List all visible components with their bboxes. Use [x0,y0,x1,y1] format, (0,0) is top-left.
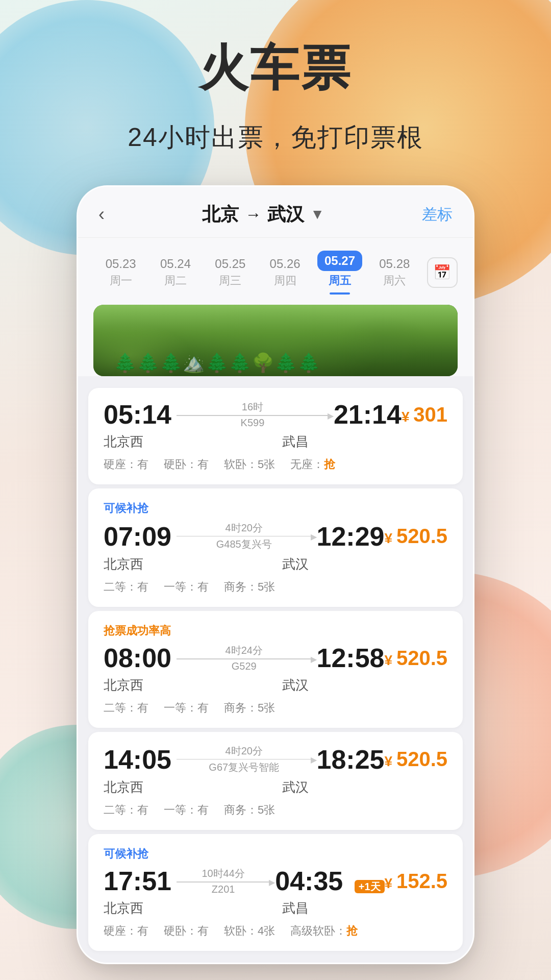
date-num: 05.26 [270,257,300,271]
date-tab-0526[interactable]: 05.26 周四 [258,252,312,293]
duration-text: 4时24分 [226,644,263,657]
seats-row: 硬座：有 硬卧：有 软卧：5张 无座：抢 [104,457,447,472]
train-main-row: 17:51 10时44分 Z201 04:35 +1天 ¥ 152.5 [104,867,447,895]
date-weekday: 周六 [383,273,406,288]
date-tab-0527[interactable]: 05.27 周五 [312,246,367,300]
date-num: 05.23 [106,257,136,271]
price-col: ¥ 520.5 [385,525,447,548]
arrive-station: 武昌 [282,899,309,917]
date-tab-0528[interactable]: 05.28 周六 [367,252,422,293]
back-button[interactable]: ‹ [98,204,105,225]
duration-bar [177,759,312,760]
seats-row: 二等：有 一等：有 商务：5张 [104,579,447,595]
train-price: ¥ 520.5 [385,748,447,770]
duration-bar [177,658,312,659]
seat-2: 软卧：5张 [224,457,275,472]
arrive-time: 12:58 [317,645,385,671]
seat-1: 硬卧：有 [164,923,209,939]
train-price: ¥ 520.5 [385,647,447,669]
depart-station: 北京西 [104,778,143,796]
seat-3: 无座：抢 [290,457,335,472]
arrive-station: 武汉 [282,778,309,796]
arrive-time: 21:14 [334,401,402,428]
duration-col: 4时24分 G529 [171,644,317,672]
diff-label[interactable]: 差标 [422,204,453,225]
seats-row: 二等：有 一等：有 商务：5张 [104,802,447,818]
seat-2: 商务：5张 [224,700,275,716]
train-card-g485[interactable]: 可候补抢 07:09 4时20分 G485复兴号 12:29 ¥ 520.5 [88,488,463,607]
date-weekday-active: 周五 [329,273,351,288]
train-main-row: 07:09 4时20分 G485复兴号 12:29 ¥ 520.5 [104,521,447,552]
arrive-time: 12:29 [317,523,385,550]
date-num-active: 05.27 [317,251,362,272]
duration-line [171,881,275,883]
train-list: 05:14 16时 K599 21:14 ¥ 301 北京西 [78,376,473,963]
seat-1: 一等：有 [164,700,209,716]
date-num: 05.28 [379,257,410,271]
train-number: K599 [241,417,265,429]
seat-3: 高级软卧：抢 [290,923,358,939]
scenic-banner [93,305,458,376]
date-tab-0524[interactable]: 05.24 周二 [148,252,203,293]
duration-col: 16时 K599 [171,400,334,429]
train-card-g529[interactable]: 抢票成功率高 08:00 4时24分 G529 12:58 ¥ 520.5 [88,611,463,728]
seat-1: 一等：有 [164,579,209,595]
train-main-row: 08:00 4时24分 G529 12:58 ¥ 520.5 [104,644,447,672]
depart-station: 北京西 [104,433,143,451]
duration-bar [177,415,329,416]
date-weekday: 周二 [164,273,187,288]
from-city: 北京 [202,202,239,227]
duration-bar [177,536,312,537]
train-tag-blue: 可候补抢 [104,501,447,516]
page-title: 火车票 [0,41,551,95]
train-card-g67[interactable]: 14:05 4时20分 G67复兴号智能 18:25 ¥ 520.5 北京西 [88,732,463,830]
train-number: Z201 [212,884,235,895]
seat-2: 商务：5张 [224,579,275,595]
train-card-k599[interactable]: 05:14 16时 K599 21:14 ¥ 301 北京西 [88,388,463,484]
route-arrow-icon: → [245,205,261,224]
duration-col: 4时20分 G485复兴号 [171,521,317,552]
station-row: 北京西 武昌 [104,899,447,917]
arrive-time: 04:35 +1天 [275,868,384,894]
route-title: 北京 → 武汉 ▼ [202,202,324,227]
duration-line [171,658,317,659]
depart-station: 北京西 [104,676,143,694]
depart-time: 08:00 [104,645,171,671]
duration-text: 4时20分 [226,744,263,758]
train-price: ¥ 152.5 [385,870,447,892]
duration-text: 4时20分 [226,521,263,535]
price-col: ¥ 301 [402,403,447,426]
duration-col: 4时20分 G67复兴号智能 [171,744,317,775]
seat-2: 商务：5张 [224,802,275,818]
price-col: ¥ 520.5 [385,647,447,670]
seat-1: 硬卧：有 [164,457,209,472]
station-row: 北京西 武汉 [104,555,447,573]
scenic-image [93,305,458,376]
seat-0: 硬座：有 [104,457,148,472]
seat-2: 软卧：4张 [224,923,275,939]
route-dropdown-icon[interactable]: ▼ [310,206,324,223]
to-city: 武汉 [267,202,304,227]
price-col: ¥ 520.5 [385,748,447,771]
seats-row: 硬座：有 硬卧：有 软卧：4张 高级软卧：抢 [104,923,447,939]
train-card-z201[interactable]: 可候补抢 17:51 10时44分 Z201 04:35 +1天 [88,834,463,951]
train-tag-orange: 抢票成功率高 [104,623,447,639]
date-weekday: 周三 [219,273,241,288]
duration-line [171,415,334,416]
station-row: 北京西 武汉 [104,676,447,694]
train-number: G67复兴号智能 [209,761,279,774]
date-tab-0525[interactable]: 05.25 周三 [203,252,258,293]
phone-mockup: ‹ 北京 → 武汉 ▼ 差标 05.23 周一 05.24 周二 05.25 周… [77,185,474,964]
depart-time: 17:51 [104,868,171,894]
train-tag-blue: 可候补抢 [104,846,447,862]
duration-text: 16时 [242,400,263,414]
station-row: 北京西 武昌 [104,433,447,451]
date-weekday: 周一 [110,273,132,288]
duration-text: 10时44分 [202,867,245,880]
arrive-station: 武汉 [282,555,309,573]
duration-line [171,536,317,537]
arrive-station: 武昌 [282,433,309,451]
date-tab-0523[interactable]: 05.23 周一 [93,252,148,293]
seat-0: 二等：有 [104,579,148,595]
calendar-button[interactable]: 📅 [427,257,458,288]
